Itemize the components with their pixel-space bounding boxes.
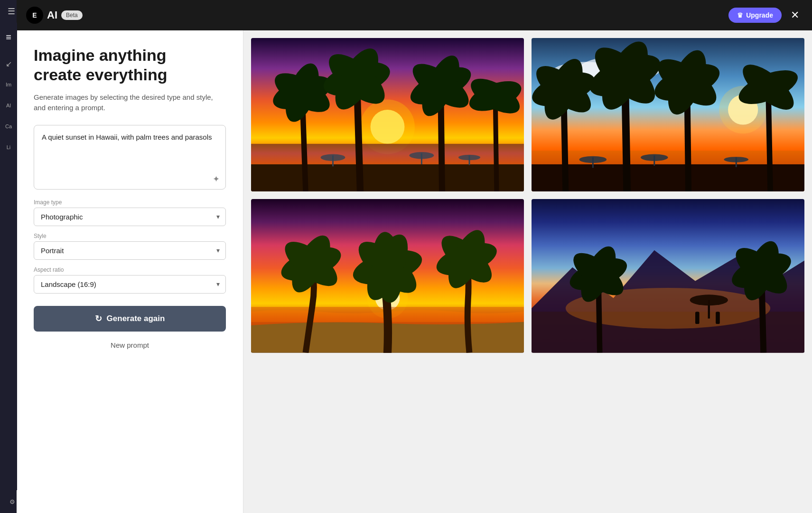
sidebar-item-camera[interactable]: Ca — [0, 118, 17, 135]
image-svg-1 — [251, 38, 524, 191]
beta-badge: Beta — [61, 10, 83, 20]
svg-rect-80 — [716, 312, 720, 324]
upgrade-label: Upgrade — [746, 11, 773, 19]
aspect-ratio-field: Aspect ratio Landscape (16:9) Portrait (… — [34, 266, 226, 294]
ai-modal: E AI Beta ♛ Upgrade ✕ Imagine anythingcr… — [17, 0, 812, 513]
image-grid — [251, 38, 804, 353]
sidebar-item-layers[interactable]: ↙ — [0, 55, 17, 72]
image-svg-3 — [251, 199, 524, 352]
left-sidebar-nav: ≡ ↙ Im Al Ca Li — [0, 23, 17, 490]
brand-label: AI — [47, 9, 57, 21]
aspect-ratio-select[interactable]: Landscape (16:9) Portrait (9:16) Square … — [34, 276, 225, 293]
aspect-ratio-select-wrapper: Landscape (16:9) Portrait (9:16) Square … — [34, 275, 226, 294]
header-right: ♛ Upgrade ✕ — [728, 8, 803, 23]
image-type-field: Image type Photographic Illustration 3D … — [34, 199, 226, 226]
image-type-select[interactable]: Photographic Illustration 3D Render Pain… — [34, 208, 225, 226]
generated-image-2[interactable] — [532, 38, 804, 191]
style-select-wrapper: Portrait Landscape Abstract ▾ — [34, 241, 226, 260]
image-type-select-wrapper: Photographic Illustration 3D Render Pain… — [34, 208, 226, 226]
generated-image-4[interactable] — [532, 199, 804, 352]
style-field: Style Portrait Landscape Abstract ▾ — [34, 233, 226, 260]
generated-image-1[interactable] — [251, 38, 524, 191]
generated-image-3[interactable] — [251, 199, 524, 352]
image-svg-2 — [532, 38, 804, 191]
upgrade-icon: ♛ — [737, 11, 743, 19]
magic-icon[interactable]: ✦ — [213, 174, 220, 184]
settings-icon[interactable]: ⚙ — [9, 498, 15, 505]
svg-rect-33 — [532, 164, 804, 192]
generate-icon: ↻ — [95, 314, 102, 324]
aspect-ratio-label: Aspect ratio — [34, 266, 226, 273]
close-icon: ✕ — [791, 9, 799, 21]
svg-line-18 — [495, 96, 497, 191]
close-button[interactable]: ✕ — [787, 8, 803, 23]
prompt-container: A quiet sunset in Hawaii, with palm tree… — [34, 125, 226, 190]
sidebar-item-library[interactable]: Li — [0, 139, 17, 156]
svg-rect-79 — [695, 312, 700, 324]
image-type-label: Image type — [34, 199, 226, 206]
modal-header: E AI Beta ♛ Upgrade ✕ — [17, 0, 812, 30]
panel-title: Imagine anythingcreate everything — [34, 46, 226, 85]
sidebar-item-all[interactable]: Al — [0, 97, 17, 114]
right-panel — [243, 30, 812, 513]
style-select[interactable]: Portrait Landscape Abstract — [34, 242, 225, 259]
new-prompt-link[interactable]: New prompt — [34, 341, 226, 349]
sidebar-item-menu[interactable]: ≡ — [0, 28, 17, 46]
modal-body: Imagine anythingcreate everything Genera… — [17, 30, 812, 513]
svg-rect-5 — [251, 164, 524, 192]
left-panel: Imagine anythingcreate everything Genera… — [17, 30, 243, 513]
generate-label: Generate again — [107, 314, 165, 323]
upgrade-button[interactable]: ♛ Upgrade — [728, 8, 782, 23]
generate-again-button[interactable]: ↻ Generate again — [34, 306, 226, 332]
prompt-textarea[interactable]: A quiet sunset in Hawaii, with palm tree… — [42, 132, 218, 170]
panel-subtitle: Generate images by selecting the desired… — [34, 92, 226, 114]
sidebar-item-images[interactable]: Im — [0, 76, 17, 93]
svg-point-78 — [690, 295, 728, 306]
hamburger-icon[interactable]: ☰ — [8, 6, 15, 17]
style-label: Style — [34, 233, 226, 239]
brand-logo: E — [26, 7, 43, 24]
image-svg-4 — [532, 199, 804, 352]
